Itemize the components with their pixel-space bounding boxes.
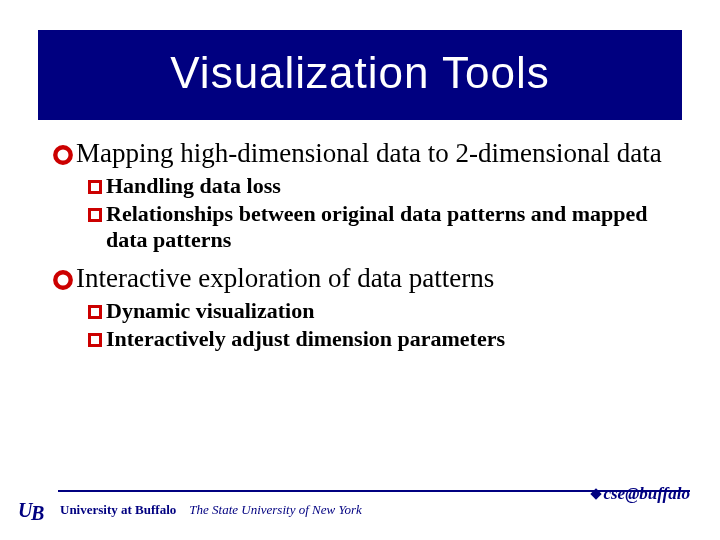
sub-bullet-text: Interactively adjust dimension parameter… — [106, 326, 672, 352]
sub-bullet-text: Relationships between original data patt… — [106, 201, 672, 253]
ub-logo-icon: U B — [18, 498, 52, 522]
ring-bullet-icon — [52, 144, 74, 166]
content-area: Mapping high-dimensional data to 2-dimen… — [0, 120, 720, 352]
bullet-text: Mapping high-dimensional data to 2-dimen… — [76, 138, 672, 169]
svg-point-5 — [55, 272, 70, 287]
square-bullet-icon — [86, 303, 104, 321]
svg-text:B: B — [30, 502, 44, 522]
sub-bullet-text: Dynamic visualization — [106, 298, 672, 324]
bullet-level1: Interactive exploration of data patterns — [52, 263, 672, 294]
bullet-level2: Handling data loss — [86, 173, 672, 199]
square-bullet-icon — [86, 206, 104, 224]
svg-point-0 — [55, 147, 70, 162]
footer-tagline: The State University of New York — [189, 502, 362, 517]
bullet-level2: Dynamic visualization — [86, 298, 672, 324]
sub-bullets: Dynamic visualization Interactively adju… — [52, 298, 672, 352]
title-bar: Visualization Tools — [38, 30, 682, 120]
svg-rect-9 — [91, 336, 99, 344]
ring-bullet-icon — [52, 269, 74, 291]
footer-divider — [58, 490, 690, 492]
slide-title: Visualization Tools — [48, 48, 672, 98]
sub-bullets: Handling data loss Relationships between… — [52, 173, 672, 253]
bullet-text: Interactive exploration of data patterns — [76, 263, 672, 294]
sub-bullet-text: Handling data loss — [106, 173, 672, 199]
footer-text: University at Buffalo The State Universi… — [60, 502, 362, 518]
svg-rect-2 — [91, 183, 99, 191]
svg-rect-4 — [91, 211, 99, 219]
footer-row: U B University at Buffalo The State Univ… — [18, 498, 690, 522]
footer: U B University at Buffalo The State Univ… — [0, 490, 720, 522]
footer-university: University at Buffalo — [60, 502, 176, 517]
square-bullet-icon — [86, 178, 104, 196]
svg-rect-7 — [91, 308, 99, 316]
square-bullet-icon — [86, 331, 104, 349]
bullet-level2: Interactively adjust dimension parameter… — [86, 326, 672, 352]
bullet-level2: Relationships between original data patt… — [86, 201, 672, 253]
bullet-level1: Mapping high-dimensional data to 2-dimen… — [52, 138, 672, 169]
